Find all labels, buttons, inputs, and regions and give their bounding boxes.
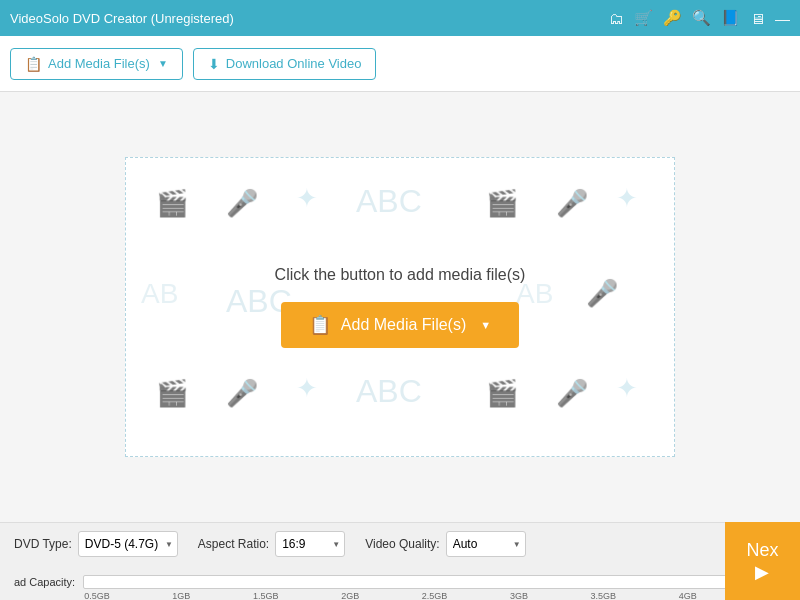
tick-3.5gb: 3.5GB	[591, 591, 617, 600]
key-icon[interactable]: 🔑	[663, 9, 682, 27]
tick-0.5gb: 0.5GB	[84, 591, 110, 600]
bg-abc2-icon: AB	[141, 278, 178, 310]
toolbar: 📋 Add Media File(s) ▼ ⬇ Download Online …	[0, 36, 800, 92]
aspect-ratio-label: Aspect Ratio:	[198, 537, 269, 551]
video-quality-select[interactable]: Auto High Medium Low	[446, 531, 526, 557]
capacity-bar: 0.5GB 1GB 1.5GB 2GB 2.5GB 3GB 3.5GB 4GB …	[83, 575, 786, 589]
bg-disc3-icon: 🎬	[156, 378, 188, 409]
app-title: VideoSolo DVD Creator (Unregistered)	[10, 11, 234, 26]
aspect-ratio-select-wrapper: 16:9 4:3	[275, 531, 345, 557]
dvd-type-select[interactable]: DVD-5 (4.7G) DVD-9 (8.5G)	[78, 531, 178, 557]
capacity-label: ad Capacity:	[14, 576, 75, 588]
next-button[interactable]: Nex▶	[725, 522, 800, 600]
titlebar: VideoSolo DVD Creator (Unregistered) 🗂 🛒…	[0, 0, 800, 36]
video-quality-label: Video Quality:	[365, 537, 440, 551]
bg-mic5-icon: 🎤	[556, 378, 588, 409]
aspect-ratio-group: Aspect Ratio: 16:9 4:3	[198, 531, 345, 557]
capacity-ticks: 0.5GB 1GB 1.5GB 2GB 2.5GB 3GB 3.5GB 4GB …	[84, 591, 785, 600]
bg-disc4-icon: 🎬	[486, 378, 518, 409]
bottombar-capacity-row: ad Capacity: 0.5GB 1GB 1.5GB 2GB 2.5GB 3…	[0, 564, 800, 600]
bg-mic2-icon: 🎤	[556, 188, 588, 219]
bg-abc-icon: ABC	[356, 183, 422, 220]
add-media-toolbar-label: Add Media File(s)	[48, 56, 150, 71]
dropzone: 🎬 🎤 ✦ ABC 🎬 🎤 ✦ AB ABC AB 🎤 🎬 🎤 ✦ ABC 🎬 …	[125, 157, 675, 457]
bg-star2-icon: ✦	[616, 183, 638, 214]
add-media-btn-caret-icon: ▼	[480, 319, 491, 331]
bg-mic3-icon: 🎤	[586, 278, 618, 309]
bg-star4-icon: ✦	[616, 373, 638, 404]
next-btn-label: Nex▶	[746, 540, 778, 583]
tick-1.5gb: 1.5GB	[253, 591, 279, 600]
facebook-icon[interactable]: 📘	[721, 9, 740, 27]
tick-3gb: 3GB	[510, 591, 528, 600]
add-media-button[interactable]: 📋 Add Media File(s) ▼	[281, 302, 519, 348]
bg-mic4-icon: 🎤	[226, 378, 258, 409]
minimize-icon[interactable]: —	[775, 10, 790, 27]
add-file-icon: 📋	[25, 56, 42, 72]
bottombar: DVD Type: DVD-5 (4.7G) DVD-9 (8.5G) Aspe…	[0, 522, 800, 600]
download-video-button[interactable]: ⬇ Download Online Video	[193, 48, 377, 80]
download-icon: ⬇	[208, 56, 220, 72]
bg-star-icon: ✦	[296, 183, 318, 214]
aspect-ratio-select[interactable]: 16:9 4:3	[275, 531, 345, 557]
add-media-caret-icon: ▼	[158, 58, 168, 69]
video-quality-select-wrapper: Auto High Medium Low	[446, 531, 526, 557]
dvd-type-select-wrapper: DVD-5 (4.7G) DVD-9 (8.5G)	[78, 531, 178, 557]
dvd-type-group: DVD Type: DVD-5 (4.7G) DVD-9 (8.5G)	[14, 531, 178, 557]
search-icon[interactable]: 🔍	[692, 9, 711, 27]
video-quality-group: Video Quality: Auto High Medium Low	[365, 531, 526, 557]
bg-abc5-icon: ABC	[356, 373, 422, 410]
add-media-toolbar-button[interactable]: 📋 Add Media File(s) ▼	[10, 48, 183, 80]
bottombar-top: DVD Type: DVD-5 (4.7G) DVD-9 (8.5G) Aspe…	[0, 523, 800, 564]
screen-icon[interactable]: 🖥	[750, 10, 765, 27]
titlebar-icons: 🗂 🛒 🔑 🔍 📘 🖥 —	[609, 9, 790, 27]
dvd-type-label: DVD Type:	[14, 537, 72, 551]
file-icon[interactable]: 🗂	[609, 10, 624, 27]
add-media-icon: 📋	[309, 314, 331, 336]
add-media-btn-label: Add Media File(s)	[341, 316, 466, 334]
cart-icon[interactable]: 🛒	[634, 9, 653, 27]
main-area: 🎬 🎤 ✦ ABC 🎬 🎤 ✦ AB ABC AB 🎤 🎬 🎤 ✦ ABC 🎬 …	[0, 92, 800, 522]
page-bottom: DVD Type: DVD-5 (4.7G) DVD-9 (8.5G) Aspe…	[0, 522, 800, 600]
tick-1gb: 1GB	[172, 591, 190, 600]
dropzone-text: Click the button to add media file(s)	[275, 266, 526, 284]
bg-mic-icon: 🎤	[226, 188, 258, 219]
tick-2.5gb: 2.5GB	[422, 591, 448, 600]
tick-2gb: 2GB	[341, 591, 359, 600]
bg-disc-icon: 🎬	[156, 188, 188, 219]
tick-4gb: 4GB	[679, 591, 697, 600]
download-video-label: Download Online Video	[226, 56, 362, 71]
bg-star3-icon: ✦	[296, 373, 318, 404]
bg-disc2-icon: 🎬	[486, 188, 518, 219]
